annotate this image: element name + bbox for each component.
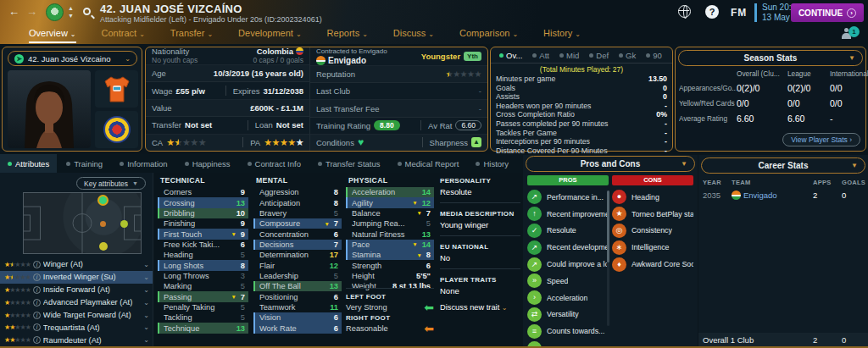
club-logo[interactable] (46, 3, 64, 21)
attribute-row[interactable]: Off The Ball 13 (253, 281, 342, 291)
key-attributes-dropdown[interactable]: Key attributes ▼ (76, 177, 146, 190)
stats-tab[interactable]: Mid (556, 50, 582, 61)
detail-tab[interactable]: Contract Info (240, 154, 309, 173)
forward-arrow-icon[interactable]: → (26, 5, 37, 18)
view-player-stats-button[interactable]: View Player Stats › (782, 133, 860, 146)
continue-button[interactable]: CONTINUE › (791, 3, 864, 22)
attribute-row[interactable]: Technique 13 (158, 323, 248, 333)
nav-tab[interactable]: Reports⌄ (327, 28, 368, 43)
position-dot[interactable] (100, 221, 106, 227)
career-team-link[interactable]: Envigado (732, 191, 813, 200)
position-dot[interactable] (120, 220, 128, 228)
attribute-row[interactable]: Aggression 8 (253, 187, 342, 197)
player-selector-dropdown[interactable]: ➤ 42. Juan José Vizcaino ⌄ (8, 51, 137, 66)
position-role-row[interactable]: ★★★★★ i Trequartista (At) ⌄ (0, 321, 153, 334)
detail-tab[interactable]: Training (58, 154, 110, 173)
search-icon[interactable] (83, 8, 91, 15)
attribute-row[interactable]: Height 5'5" (346, 271, 434, 281)
attribute-row[interactable]: Determination 17 (253, 250, 342, 260)
detail-tab[interactable]: Information (112, 154, 175, 173)
cons-item[interactable]: ● Heading (612, 189, 693, 206)
attribute-row[interactable]: Crossing 13 (158, 197, 248, 207)
attribute-row[interactable]: Natural Fitness 13 (346, 229, 434, 239)
stats-tab[interactable]: 90 (643, 50, 665, 61)
info-icon[interactable]: i (33, 286, 41, 294)
info-icon[interactable]: i (33, 312, 41, 319)
kit-thumbnail[interactable] (95, 70, 138, 108)
attribute-row[interactable]: Long Throws 3 (158, 271, 248, 281)
scrollbar[interactable] (607, 191, 609, 326)
detail-tab[interactable]: Attributes (0, 154, 57, 173)
season-stats-header[interactable]: Season Stats ▼ (678, 50, 863, 66)
info-icon[interactable]: i (33, 336, 41, 344)
stats-tab[interactable]: Gk (615, 50, 639, 61)
attribute-row[interactable]: Bravery 5 (253, 208, 342, 218)
stats-tab[interactable]: Att (529, 50, 553, 61)
attribute-row[interactable]: Pace ▼ 14 (346, 240, 434, 250)
attribute-row[interactable]: Work Rate 6 (253, 323, 342, 333)
attribute-row[interactable]: Penalty Taking 5 (158, 302, 248, 312)
pros-item[interactable]: ↗ Recent development (527, 239, 609, 256)
attribute-row[interactable]: Tackling 5 (158, 312, 248, 323)
attribute-row[interactable]: Flair 12 (253, 260, 342, 270)
nav-tab[interactable]: History⌄ (543, 28, 581, 43)
info-icon[interactable]: i (33, 299, 41, 307)
position-role-row[interactable]: ★★★★★★ i Inverted Winger (Su) ⌄ (0, 271, 153, 284)
attribute-row[interactable]: Composure ▼ 7 (253, 218, 342, 229)
attribute-row[interactable]: Concentration 6 (253, 229, 342, 239)
attribute-row[interactable]: Marking 5 (158, 281, 248, 291)
attribute-row[interactable]: First Touch ▼ 9 (158, 229, 248, 239)
pros-item[interactable]: ⇄ Versatility (527, 307, 609, 323)
career-stats-header[interactable]: Career Stats ▼ (701, 157, 865, 174)
nav-tab[interactable]: Overview⌄ (29, 28, 76, 43)
attribute-row[interactable]: Free Kick Taki... 6 (158, 240, 248, 250)
position-role-row[interactable]: ★★★★★ i Raumdeuter (At) ⌄ (0, 334, 153, 346)
position-role-row[interactable]: ★★★★★ i Advanced Playmaker (At) ⌄ (0, 296, 153, 309)
pros-item[interactable]: ↗ Performance in... (527, 189, 609, 206)
attribute-row[interactable]: Long Shots 8 (158, 260, 248, 270)
attribute-row[interactable]: Passing ▼ 7 (158, 291, 248, 301)
attribute-row[interactable]: Acceleration 14 (346, 187, 434, 197)
position-role-row[interactable]: ★★★★★ i Wide Target Forward (At) ⌄ (0, 309, 153, 322)
stats-tab[interactable]: Ov... (496, 50, 526, 61)
info-icon[interactable]: i (33, 273, 41, 281)
world-icon[interactable] (678, 5, 691, 18)
club-name[interactable]: Envigado (328, 56, 366, 65)
attribute-row[interactable]: Decisions 7 (253, 240, 342, 250)
position-dot[interactable] (99, 242, 108, 251)
nav-tab[interactable]: Transfer⌄ (170, 28, 213, 43)
attribute-row[interactable]: Finishing 9 (158, 218, 248, 229)
stats-tab[interactable]: Def (586, 50, 612, 61)
detail-tab[interactable]: History (468, 154, 516, 173)
nav-tab[interactable]: Comparison⌄ (459, 28, 518, 43)
pros-item[interactable]: ✓ Resolute (527, 223, 609, 240)
notification-badge[interactable]: 1 (849, 26, 860, 37)
pros-cons-header[interactable]: Pros and Cons ▼ (526, 156, 695, 172)
club-switcher-icon[interactable]: ▲▼ (68, 4, 74, 19)
attribute-row[interactable]: Stamina ▼ 8 (346, 250, 434, 260)
help-icon[interactable]: ? (705, 5, 719, 19)
detail-tab[interactable]: Happiness (177, 154, 238, 173)
attribute-row[interactable]: Positioning 6 (253, 291, 342, 301)
cons-item[interactable]: ∗ Intelligence (612, 239, 693, 256)
attribute-row[interactable]: Leadership 5 (253, 271, 342, 281)
info-icon[interactable]: i (33, 323, 41, 331)
info-icon[interactable]: i (33, 261, 41, 268)
pros-item[interactable]: ↗ Could improve a lot (527, 256, 609, 273)
nav-tab[interactable]: Development⌄ (238, 28, 302, 43)
pros-item[interactable]: › Acceleration (527, 290, 609, 307)
attribute-row[interactable]: Teamwork 11 (253, 302, 342, 312)
attribute-row[interactable]: Heading 5 (158, 250, 248, 260)
attribute-row[interactable]: Corners 9 (158, 187, 248, 197)
attribute-row[interactable]: Anticipation 8 (253, 197, 342, 207)
position-role-row[interactable]: ★★★★★★ i Winger (At) ⌄ (0, 258, 153, 271)
pros-item[interactable]: ≡ Counts towards... (527, 323, 609, 340)
cons-item[interactable]: ★ Torneo BetPlay standa... (612, 206, 693, 223)
position-role-row[interactable]: ★★★★★ i Inside Forward (At) ⌄ (0, 284, 153, 296)
nav-tab[interactable]: Discuss⌄ (393, 28, 434, 43)
position-dot-selected[interactable] (97, 195, 108, 206)
detail-tab[interactable]: Transfer Status (310, 154, 388, 173)
cons-item[interactable]: ♦ Awkward Core Social... (612, 256, 693, 273)
detail-tab[interactable]: Medical Report (390, 154, 467, 173)
nation-badge-box[interactable] (95, 111, 138, 148)
